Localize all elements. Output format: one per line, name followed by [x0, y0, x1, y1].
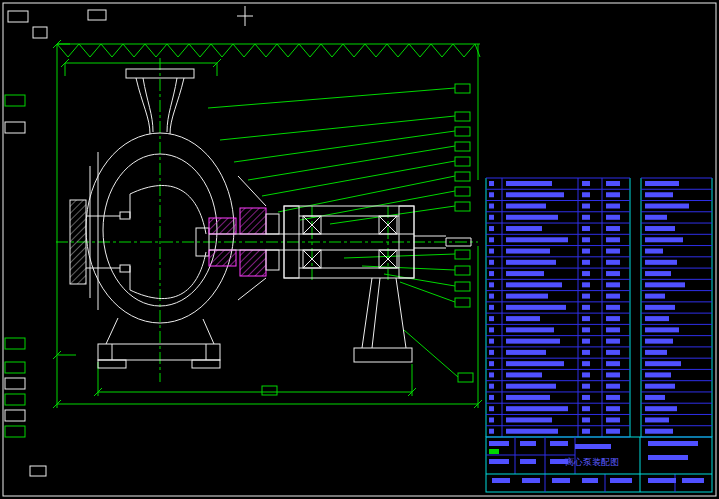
- bom-index-text: [489, 372, 494, 377]
- bom-qty-text: [582, 316, 590, 321]
- leader-line: [330, 206, 455, 224]
- bom-remark-text: [645, 327, 679, 332]
- bom-index-text: [489, 384, 494, 389]
- bom-name-text: [506, 406, 568, 411]
- bom-remark-text: [645, 271, 671, 276]
- part-balloon: [455, 84, 470, 93]
- border-mark: [5, 378, 25, 389]
- bom-index-text: [489, 237, 494, 242]
- title-block-text: [575, 444, 611, 449]
- base-plate: [98, 344, 220, 360]
- bom-qty-text: [582, 282, 590, 287]
- part-balloon: [455, 157, 470, 166]
- bom-name-text: [506, 204, 546, 209]
- title-block-text: [648, 455, 688, 460]
- bom-qty-text: [582, 237, 590, 242]
- bom-name-text: [506, 192, 564, 197]
- bom-name-text: [506, 361, 564, 366]
- bom-index-text: [489, 417, 494, 422]
- title-block-text: [582, 478, 598, 483]
- bom-qty-text: [582, 260, 590, 265]
- bom-name-text: [506, 316, 540, 321]
- bom-qty-text: [582, 395, 590, 400]
- support-bracket: [354, 278, 412, 362]
- bom-material-text: [606, 361, 620, 366]
- bom-name-text: [506, 215, 558, 220]
- bom-qty-text: [582, 327, 590, 332]
- packing-hatch: [240, 208, 266, 234]
- title-block-text: [489, 449, 499, 454]
- bom-qty-text: [582, 305, 590, 310]
- nozzle-bore: [167, 78, 177, 132]
- stuffing-box: [238, 176, 279, 300]
- bom-index-text: [489, 249, 494, 254]
- base-leg: [106, 318, 118, 344]
- adapter: [238, 278, 266, 300]
- nozzle-bore: [143, 78, 153, 132]
- bom-index-text: [489, 429, 494, 434]
- bom-qty-text: [582, 215, 590, 220]
- bom-index-text: [489, 350, 494, 355]
- border-mark: [5, 122, 25, 133]
- part-balloon: [455, 112, 470, 121]
- leader-line: [262, 161, 455, 196]
- bom-material-text: [606, 350, 620, 355]
- border-mark: [33, 27, 47, 38]
- bom-material-text: [606, 260, 620, 265]
- bom-remark-text: [645, 361, 681, 366]
- impeller-hub-hatch: [209, 218, 236, 234]
- part-balloon: [455, 142, 470, 151]
- bom-index-text: [489, 260, 494, 265]
- bom-name-text: [506, 327, 554, 332]
- bom-qty-text: [582, 271, 590, 276]
- bom-remark-text: [645, 339, 673, 344]
- bom-qty-text: [582, 226, 590, 231]
- bom-material-text: [606, 395, 620, 400]
- cad-canvas[interactable]: 离心泵装配图: [0, 0, 719, 499]
- title-block-text: [550, 441, 568, 446]
- nozzle-wall: [170, 78, 184, 134]
- impeller-shroud: [130, 185, 206, 234]
- bom-qty-text: [582, 192, 590, 197]
- bom-index-text: [489, 361, 494, 366]
- gland: [266, 250, 279, 270]
- bom-index-text: [489, 395, 494, 400]
- bom-index-text: [489, 316, 494, 321]
- nozzle-wall: [136, 78, 150, 134]
- cad-viewport: 离心泵装配图: [0, 0, 719, 499]
- border-mark: [88, 10, 106, 20]
- leader-line: [208, 88, 455, 108]
- bom-material-text: [606, 215, 620, 220]
- leader-line: [384, 274, 455, 286]
- impeller-hub-hatch: [209, 250, 236, 266]
- bracket-foot: [354, 348, 412, 362]
- bom-index-text: [489, 192, 494, 197]
- bom-material-text: [606, 417, 620, 422]
- bom-index-text: [489, 226, 494, 231]
- title-block-text: [648, 478, 676, 483]
- bom-remark-text: [645, 181, 679, 186]
- foot-pad: [192, 360, 220, 368]
- bom-qty-text: [582, 361, 590, 366]
- bracket-leg: [396, 278, 406, 348]
- bom-material-text: [606, 429, 620, 434]
- bom-remark-text: [645, 237, 683, 242]
- break-line: [57, 44, 480, 57]
- bom-material-text: [606, 372, 620, 377]
- suction-flange: [70, 200, 86, 284]
- bom-material-text: [606, 282, 620, 287]
- bom-index-text: [489, 339, 494, 344]
- leader-line: [248, 146, 455, 180]
- sawtooth-break-line: [57, 44, 480, 57]
- bom-remark-text: [645, 192, 673, 197]
- bom-qty-text: [582, 372, 590, 377]
- adapter: [238, 176, 266, 206]
- part-balloon: [455, 266, 470, 275]
- title-block-text: [522, 478, 540, 483]
- wear-ring: [120, 265, 130, 272]
- title-block-text: [682, 478, 704, 483]
- bom-material-text: [606, 226, 620, 231]
- bom-table: [486, 178, 712, 437]
- title-block-text: [489, 441, 509, 446]
- bom-index-text: [489, 305, 494, 310]
